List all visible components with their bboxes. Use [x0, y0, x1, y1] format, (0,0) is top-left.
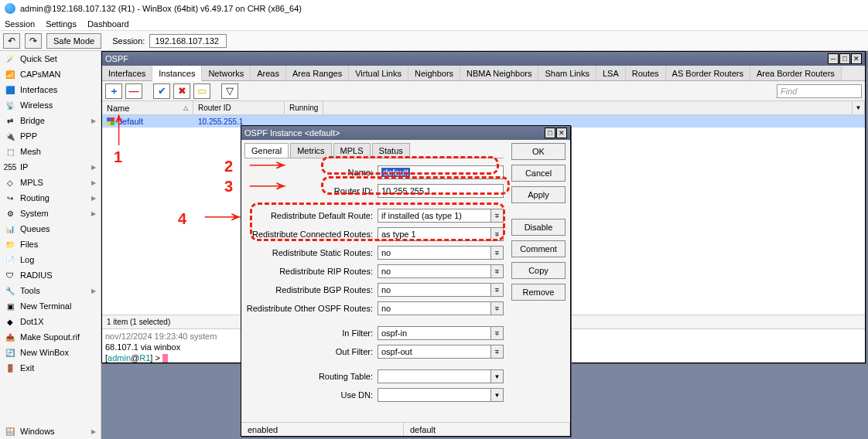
- ok-button[interactable]: OK: [511, 143, 566, 160]
- tab-areas[interactable]: Areas: [251, 66, 286, 80]
- main-toolbar: ↶ ↷ Safe Mode Session: 192.168.107.132: [0, 31, 868, 51]
- col-running[interactable]: Running: [285, 101, 323, 114]
- dropdown-icon[interactable]: ∓: [491, 345, 504, 359]
- dialog-statusbar: enabled default: [241, 422, 570, 436]
- windows-icon: 🪟: [5, 426, 15, 437]
- tab-nbma-neighbors[interactable]: NBMA Neighbors: [460, 66, 538, 80]
- dropdown-icon[interactable]: ∓: [491, 246, 504, 260]
- tab-lsa[interactable]: LSA: [596, 66, 626, 80]
- sidebar-item-files[interactable]: 📁Files: [0, 237, 101, 252]
- maximize-icon[interactable]: □: [839, 53, 850, 64]
- dropdown-icon[interactable]: ∓: [491, 283, 504, 297]
- redist-rip-select[interactable]: no: [378, 264, 491, 278]
- copy-button[interactable]: Copy: [511, 262, 566, 279]
- menu-dashboard[interactable]: Dashboard: [87, 19, 129, 29]
- sidebar-item-label: Tools: [20, 286, 40, 295]
- tab-instances[interactable]: Instances: [152, 66, 202, 81]
- sidebar-item-exit[interactable]: 🚪Exit: [0, 360, 101, 376]
- disable-button[interactable]: Disable: [511, 219, 566, 236]
- dropdown-icon[interactable]: ∓: [491, 301, 504, 315]
- dropdown-icon[interactable]: ∓: [491, 209, 504, 223]
- sidebar-item-interfaces[interactable]: 🟦Interfaces: [0, 82, 101, 97]
- tab-as-border-routers[interactable]: AS Border Routers: [666, 66, 750, 80]
- out-filter-select[interactable]: ospf-out: [378, 345, 491, 359]
- dropdown-icon[interactable]: ▼: [491, 388, 504, 402]
- dropdown-icon[interactable]: ∓: [491, 326, 504, 340]
- sidebar-item-dot1x[interactable]: ◆Dot1X: [0, 314, 101, 329]
- cancel-button[interactable]: Cancel: [511, 165, 566, 182]
- sidebar-item-routing[interactable]: ↪Routing▶: [0, 190, 101, 206]
- use-dn-select[interactable]: [378, 388, 491, 402]
- tab-routes[interactable]: Routes: [626, 66, 666, 80]
- minimize-icon[interactable]: ─: [828, 53, 839, 64]
- col-router-id[interactable]: Router ID: [193, 101, 285, 114]
- dropdown-icon[interactable]: ∓: [491, 264, 504, 278]
- menu-settings[interactable]: Settings: [46, 19, 77, 29]
- sidebar-item-windows[interactable]: 🪟Windows▶: [0, 424, 101, 439]
- sidebar-item-system[interactable]: ⚙System▶: [0, 206, 101, 221]
- find-input[interactable]: Find: [777, 84, 862, 98]
- dialog-tab-metrics[interactable]: Metrics: [290, 143, 331, 158]
- tab-interfaces[interactable]: Interfaces: [102, 66, 152, 80]
- remove-button[interactable]: —: [125, 83, 142, 99]
- sidebar-item-new-terminal[interactable]: ▣New Terminal: [0, 298, 101, 314]
- sidebar-item-label: Quick Set: [20, 54, 57, 63]
- dialog-tab-mpls[interactable]: MPLS: [333, 143, 371, 158]
- columns-dropdown-icon[interactable]: ▼: [852, 101, 864, 114]
- sidebar-item-quick-set[interactable]: 🪄Quick Set: [0, 51, 101, 66]
- comment-button[interactable]: Comment: [511, 240, 566, 257]
- add-button[interactable]: ＋: [105, 83, 122, 99]
- ospf-toolbar: ＋ — ✔ ✖ ▭ ▽ Find: [102, 81, 865, 101]
- sidebar-item-icon: 📊: [5, 223, 15, 234]
- comment-button[interactable]: ▭: [193, 83, 210, 99]
- tab-area-border-routers[interactable]: Area Border Routers: [750, 66, 842, 80]
- redist-default-select[interactable]: if installed (as type 1): [378, 209, 491, 223]
- name-field[interactable]: default: [378, 165, 504, 179]
- apply-button[interactable]: Apply: [511, 186, 566, 203]
- maximize-icon[interactable]: □: [545, 128, 555, 138]
- tab-neighbors[interactable]: Neighbors: [408, 66, 460, 80]
- disable-button[interactable]: ✖: [173, 83, 190, 99]
- sidebar-item-log[interactable]: 📄Log: [0, 252, 101, 267]
- sidebar-item-radius[interactable]: 🛡RADIUS: [0, 267, 101, 283]
- close-icon[interactable]: ✕: [851, 53, 862, 64]
- dialog-tab-general[interactable]: General: [244, 143, 289, 158]
- remove-button[interactable]: Remove: [511, 284, 566, 301]
- enable-button[interactable]: ✔: [153, 83, 170, 99]
- sidebar-item-bridge[interactable]: ⇄Bridge▶: [0, 113, 101, 128]
- routing-table-select[interactable]: [378, 369, 491, 383]
- sidebar-item-mesh[interactable]: ⬚Mesh: [0, 144, 101, 159]
- sidebar-item-mpls[interactable]: ◇MPLS▶: [0, 175, 101, 190]
- sidebar-item-ip[interactable]: 255IP▶: [0, 159, 101, 175]
- filter-button[interactable]: ▽: [221, 83, 238, 99]
- redist-other-select[interactable]: no: [378, 301, 491, 315]
- chevron-right-icon: ▶: [91, 288, 96, 294]
- sidebar-item-tools[interactable]: 🔧Tools▶: [0, 283, 101, 298]
- router-id-field[interactable]: 10.255.255.1: [378, 184, 504, 198]
- sidebar-item-ppp[interactable]: 🔌PPP: [0, 128, 101, 144]
- redist-static-select[interactable]: no: [378, 246, 491, 260]
- ospf-window-title[interactable]: OSPF ─ □ ✕: [102, 52, 865, 66]
- tab-area-ranges[interactable]: Area Ranges: [286, 66, 349, 80]
- in-filter-select[interactable]: ospf-in: [378, 326, 491, 340]
- tab-networks[interactable]: Networks: [202, 66, 251, 80]
- dropdown-icon[interactable]: ▼: [491, 369, 504, 383]
- close-icon[interactable]: ✕: [556, 128, 567, 138]
- undo-button[interactable]: ↶: [3, 33, 20, 49]
- sidebar-item-queues[interactable]: 📊Queues: [0, 221, 101, 237]
- dialog-title[interactable]: OSPF Instance <default> □ ✕: [241, 126, 570, 140]
- sidebar-item-make-supout.rif[interactable]: 📤Make Supout.rif: [0, 329, 101, 345]
- sidebar-item-capsman[interactable]: 📶CAPsMAN: [0, 66, 101, 82]
- dialog-tab-status[interactable]: Status: [372, 143, 410, 158]
- col-name[interactable]: Name△: [102, 101, 193, 114]
- safe-mode-button[interactable]: Safe Mode: [46, 33, 101, 49]
- dropdown-icon[interactable]: ∓: [491, 227, 504, 241]
- redist-connected-select[interactable]: as type 1: [378, 227, 491, 241]
- sidebar-item-new-winbox[interactable]: 🔄New WinBox: [0, 345, 101, 360]
- tab-virtual-links[interactable]: Virtual Links: [349, 66, 408, 80]
- menu-session[interactable]: Session: [5, 19, 35, 29]
- sidebar-item-wireless[interactable]: 📡Wireless: [0, 97, 101, 113]
- redo-button[interactable]: ↷: [25, 33, 42, 49]
- redist-bgp-select[interactable]: no: [378, 283, 491, 297]
- tab-sham-links[interactable]: Sham Links: [538, 66, 596, 80]
